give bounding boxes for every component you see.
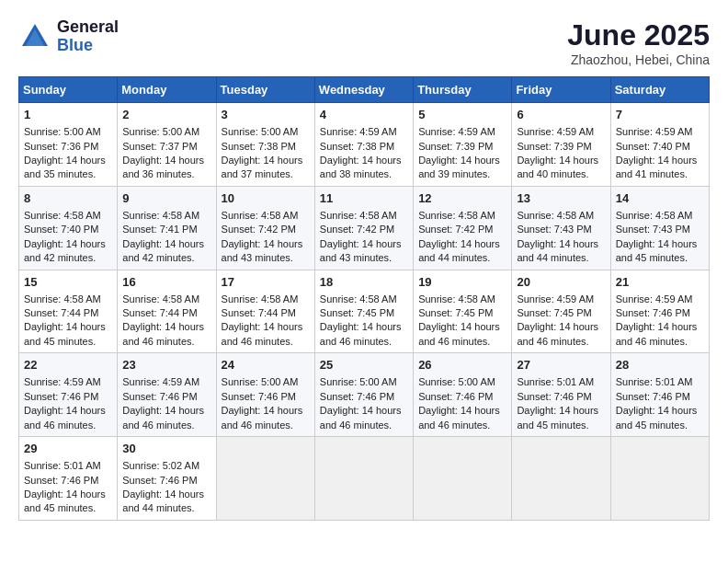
calendar-header-row: Sunday Monday Tuesday Wednesday Thursday… bbox=[19, 77, 710, 103]
sunrise-label: Sunrise: 4:58 AM bbox=[24, 210, 101, 221]
sunrise-label: Sunrise: 5:00 AM bbox=[320, 376, 397, 387]
daylight-label: Daylight: 14 hours and 46 minutes. bbox=[320, 405, 402, 430]
sunrise-label: Sunrise: 5:01 AM bbox=[24, 460, 101, 471]
sunset-label: Sunset: 7:46 PM bbox=[616, 307, 690, 318]
sunset-label: Sunset: 7:44 PM bbox=[222, 307, 296, 318]
day-number: 20 bbox=[517, 274, 605, 291]
calendar-cell: 6 Sunrise: 4:59 AM Sunset: 7:39 PM Dayli… bbox=[512, 103, 610, 187]
daylight-label: Daylight: 14 hours and 43 minutes. bbox=[222, 238, 303, 263]
sunset-label: Sunset: 7:46 PM bbox=[222, 391, 296, 402]
sunset-label: Sunset: 7:45 PM bbox=[418, 307, 493, 318]
calendar-week-3: 15 Sunrise: 4:58 AM Sunset: 7:44 PM Dayl… bbox=[19, 270, 710, 353]
sunrise-label: Sunrise: 5:00 AM bbox=[122, 126, 199, 137]
sunrise-label: Sunrise: 5:01 AM bbox=[517, 376, 594, 387]
day-number: 26 bbox=[418, 357, 506, 373]
sunrise-label: Sunrise: 5:02 AM bbox=[122, 460, 199, 471]
calendar-cell: 21 Sunrise: 4:59 AM Sunset: 7:46 PM Dayl… bbox=[610, 270, 709, 353]
calendar-cell: 15 Sunrise: 4:58 AM Sunset: 7:44 PM Dayl… bbox=[19, 270, 118, 353]
daylight-label: Daylight: 14 hours and 45 minutes. bbox=[616, 238, 698, 263]
sunrise-label: Sunrise: 4:58 AM bbox=[320, 210, 397, 221]
daylight-label: Daylight: 14 hours and 37 minutes. bbox=[222, 155, 303, 179]
sunrise-label: Sunrise: 4:59 AM bbox=[616, 126, 693, 137]
calendar-week-5: 29 Sunrise: 5:01 AM Sunset: 7:46 PM Dayl… bbox=[19, 437, 710, 521]
col-tuesday: Tuesday bbox=[216, 77, 314, 103]
sunset-label: Sunset: 7:46 PM bbox=[418, 391, 493, 402]
calendar-cell: 30 Sunrise: 5:02 AM Sunset: 7:46 PM Dayl… bbox=[118, 437, 216, 521]
sunrise-label: Sunrise: 4:58 AM bbox=[616, 210, 693, 221]
col-saturday: Saturday bbox=[610, 77, 709, 103]
daylight-label: Daylight: 14 hours and 46 minutes. bbox=[616, 321, 698, 346]
daylight-label: Daylight: 14 hours and 42 minutes. bbox=[122, 238, 204, 263]
calendar-week-4: 22 Sunrise: 4:59 AM Sunset: 7:46 PM Dayl… bbox=[19, 353, 710, 437]
day-number: 12 bbox=[418, 190, 506, 207]
day-number: 28 bbox=[616, 357, 704, 373]
sunset-label: Sunset: 7:46 PM bbox=[24, 391, 98, 402]
calendar-cell bbox=[512, 437, 610, 521]
sunset-label: Sunset: 7:39 PM bbox=[418, 141, 493, 152]
calendar-cell: 25 Sunrise: 5:00 AM Sunset: 7:46 PM Dayl… bbox=[314, 353, 413, 437]
calendar-cell: 20 Sunrise: 4:59 AM Sunset: 7:45 PM Dayl… bbox=[512, 270, 610, 353]
sunrise-label: Sunrise: 4:58 AM bbox=[320, 293, 397, 304]
calendar-cell bbox=[610, 437, 709, 521]
day-number: 1 bbox=[24, 107, 112, 123]
day-number: 18 bbox=[320, 274, 408, 291]
sunset-label: Sunset: 7:46 PM bbox=[320, 391, 394, 402]
sunset-label: Sunset: 7:45 PM bbox=[320, 307, 394, 318]
calendar-cell bbox=[216, 437, 314, 521]
calendar-cell: 19 Sunrise: 4:58 AM Sunset: 7:45 PM Dayl… bbox=[414, 270, 512, 353]
calendar-cell: 28 Sunrise: 5:01 AM Sunset: 7:46 PM Dayl… bbox=[610, 353, 709, 437]
daylight-label: Daylight: 14 hours and 42 minutes. bbox=[24, 238, 106, 263]
day-number: 7 bbox=[616, 107, 704, 123]
sunset-label: Sunset: 7:43 PM bbox=[616, 224, 690, 235]
sunset-label: Sunset: 7:46 PM bbox=[517, 391, 591, 402]
day-number: 14 bbox=[616, 190, 704, 207]
sunrise-label: Sunrise: 4:59 AM bbox=[24, 376, 101, 387]
calendar-cell: 16 Sunrise: 4:58 AM Sunset: 7:44 PM Dayl… bbox=[118, 270, 216, 353]
sunrise-label: Sunrise: 5:00 AM bbox=[418, 376, 495, 387]
daylight-label: Daylight: 14 hours and 46 minutes. bbox=[418, 405, 500, 430]
day-number: 2 bbox=[122, 107, 210, 123]
sunrise-label: Sunrise: 4:59 AM bbox=[517, 293, 594, 304]
day-number: 19 bbox=[418, 274, 506, 291]
calendar-cell: 27 Sunrise: 5:01 AM Sunset: 7:46 PM Dayl… bbox=[512, 353, 610, 437]
calendar-cell: 23 Sunrise: 4:59 AM Sunset: 7:46 PM Dayl… bbox=[118, 353, 216, 437]
calendar-cell: 2 Sunrise: 5:00 AM Sunset: 7:37 PM Dayli… bbox=[118, 103, 216, 187]
logo-icon bbox=[18, 20, 51, 53]
calendar-week-2: 8 Sunrise: 4:58 AM Sunset: 7:40 PM Dayli… bbox=[19, 186, 710, 270]
calendar-cell: 12 Sunrise: 4:58 AM Sunset: 7:42 PM Dayl… bbox=[414, 186, 512, 270]
day-number: 17 bbox=[222, 274, 310, 291]
sunrise-label: Sunrise: 4:58 AM bbox=[122, 293, 199, 304]
daylight-label: Daylight: 14 hours and 46 minutes. bbox=[418, 321, 500, 346]
daylight-label: Daylight: 14 hours and 46 minutes. bbox=[122, 405, 204, 430]
calendar-cell: 7 Sunrise: 4:59 AM Sunset: 7:40 PM Dayli… bbox=[610, 103, 709, 187]
sunset-label: Sunset: 7:46 PM bbox=[616, 391, 690, 402]
sunset-label: Sunset: 7:42 PM bbox=[222, 224, 296, 235]
col-thursday: Thursday bbox=[414, 77, 512, 103]
sunset-label: Sunset: 7:42 PM bbox=[418, 224, 493, 235]
sunrise-label: Sunrise: 4:58 AM bbox=[24, 293, 101, 304]
sunset-label: Sunset: 7:44 PM bbox=[122, 307, 197, 318]
sunrise-label: Sunrise: 5:00 AM bbox=[222, 376, 299, 387]
page-header: General Blue June 2025 Zhaozhou, Hebei, … bbox=[18, 18, 710, 67]
sunset-label: Sunset: 7:38 PM bbox=[222, 141, 296, 152]
daylight-label: Daylight: 14 hours and 43 minutes. bbox=[320, 238, 402, 263]
calendar-cell: 14 Sunrise: 4:58 AM Sunset: 7:43 PM Dayl… bbox=[610, 186, 709, 270]
daylight-label: Daylight: 14 hours and 38 minutes. bbox=[320, 155, 402, 179]
sunrise-label: Sunrise: 5:00 AM bbox=[24, 126, 101, 137]
sunrise-label: Sunrise: 5:01 AM bbox=[616, 376, 693, 387]
sunrise-label: Sunrise: 4:59 AM bbox=[517, 126, 594, 137]
daylight-label: Daylight: 14 hours and 45 minutes. bbox=[24, 488, 106, 513]
day-number: 3 bbox=[222, 107, 310, 123]
calendar-cell: 13 Sunrise: 4:58 AM Sunset: 7:43 PM Dayl… bbox=[512, 186, 610, 270]
day-number: 30 bbox=[122, 441, 210, 457]
sunrise-label: Sunrise: 5:00 AM bbox=[222, 126, 299, 137]
calendar-cell: 9 Sunrise: 4:58 AM Sunset: 7:41 PM Dayli… bbox=[118, 186, 216, 270]
calendar-cell: 10 Sunrise: 4:58 AM Sunset: 7:42 PM Dayl… bbox=[216, 186, 314, 270]
sunrise-label: Sunrise: 4:59 AM bbox=[320, 126, 397, 137]
location: Zhaozhou, Hebei, China bbox=[567, 52, 710, 67]
sunset-label: Sunset: 7:46 PM bbox=[24, 475, 98, 486]
daylight-label: Daylight: 14 hours and 45 minutes. bbox=[24, 321, 106, 346]
calendar-cell: 24 Sunrise: 5:00 AM Sunset: 7:46 PM Dayl… bbox=[216, 353, 314, 437]
calendar-cell: 11 Sunrise: 4:58 AM Sunset: 7:42 PM Dayl… bbox=[314, 186, 413, 270]
sunrise-label: Sunrise: 4:59 AM bbox=[418, 126, 495, 137]
